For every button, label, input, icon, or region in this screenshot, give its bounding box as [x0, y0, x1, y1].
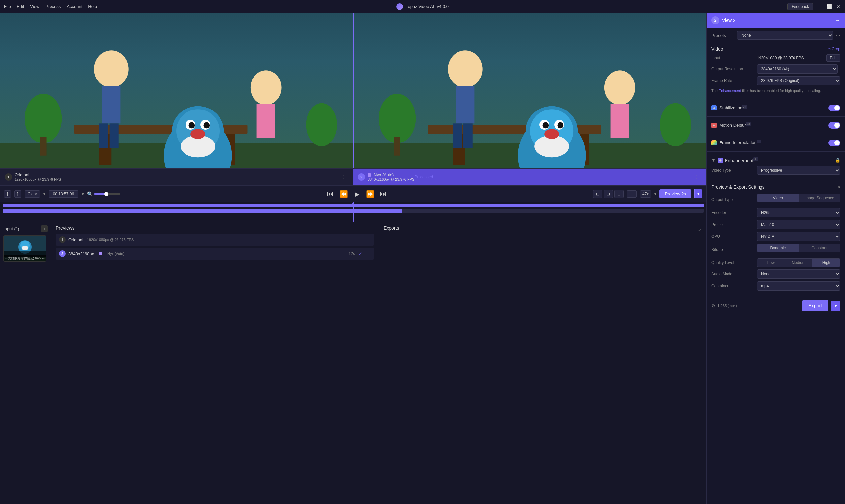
- menu-process[interactable]: Process: [45, 4, 61, 9]
- preview-dropdown-button[interactable]: ▾: [694, 189, 702, 198]
- close-button[interactable]: ✕: [836, 4, 841, 9]
- quality-medium-button[interactable]: Medium: [785, 258, 813, 267]
- crop-button[interactable]: ✂ Crop: [828, 47, 840, 52]
- frame-interpolation-icon: ⬡: [711, 140, 717, 145]
- frame-rate-select[interactable]: 23.976 FPS (Original): [757, 76, 840, 86]
- menu-help[interactable]: Help: [88, 4, 97, 9]
- timeline-playhead[interactable]: [353, 202, 354, 222]
- video-panel-processed[interactable]: 很久以前开始 ずっと昔から: [354, 13, 706, 168]
- menu-edit[interactable]: Edit: [17, 4, 24, 9]
- output-type-image-button[interactable]: Image Sequence: [799, 194, 840, 202]
- presets-more-button[interactable]: ···: [836, 32, 840, 38]
- preview-num-1: 1: [59, 236, 66, 243]
- preview-export-section: Preview & Export Settings ▾ Output Type …: [707, 181, 845, 297]
- stabilization-row: ⧗ StabilizationAI: [711, 103, 840, 113]
- svg-rect-47: [394, 137, 400, 156]
- out-point-button[interactable]: ]: [14, 190, 21, 198]
- bitrate-constant-button[interactable]: Constant: [799, 244, 840, 252]
- preview-item-1[interactable]: 1 Original 1920x1080px @ 23.976 FPS: [56, 234, 374, 246]
- bottom-area: Input (1) + ···大雄的月球探险记.mkv ···: [0, 222, 706, 504]
- minimize-button[interactable]: —: [817, 4, 823, 9]
- preview-item-2[interactable]: 2 3840x2160px Nyx (Auto) 12s ✓ —: [56, 248, 374, 259]
- track2-number: 2: [358, 174, 365, 181]
- audio-mode-select[interactable]: None: [757, 269, 840, 279]
- edit-button[interactable]: Edit: [826, 54, 840, 62]
- export-button[interactable]: Export: [802, 301, 828, 311]
- svg-rect-21: [40, 137, 47, 156]
- input-thumbnail[interactable]: ···大雄的月球探险记.mkv ···: [3, 235, 46, 262]
- track2-more-button[interactable]: ⋮: [691, 175, 702, 179]
- menu-view[interactable]: View: [30, 4, 39, 9]
- presets-select[interactable]: None: [737, 31, 833, 40]
- output-res-select[interactable]: 3840×2160 (4k): [757, 64, 838, 74]
- timecode-dropdown[interactable]: ▾: [82, 191, 84, 197]
- zoom-slider[interactable]: [94, 193, 121, 195]
- encoder-select[interactable]: H265: [757, 208, 840, 217]
- lock-icon: 🔒: [835, 158, 840, 163]
- speed-select[interactable]: 47x: [640, 190, 651, 198]
- svg-point-13: [191, 129, 205, 139]
- processed-badge: Processed: [414, 175, 433, 179]
- preview-export-title: Preview & Export Settings: [711, 184, 765, 190]
- svg-rect-41: [456, 86, 474, 123]
- input-header: Input (1) +: [3, 225, 48, 232]
- view-expand-button[interactable]: ↔: [834, 17, 840, 24]
- menu-account[interactable]: Account: [67, 4, 82, 9]
- timeline-area[interactable]: [0, 202, 706, 222]
- frame-interpolation-toggle[interactable]: [828, 140, 840, 146]
- video-panel-original[interactable]: 很久以前开始 ずっと昔から: [0, 13, 353, 168]
- zoom-out-button[interactable]: —: [627, 190, 637, 198]
- track1-more-button[interactable]: ⋮: [338, 175, 349, 179]
- profile-select[interactable]: Main10: [757, 220, 840, 229]
- motion-deblur-toggle[interactable]: [828, 122, 840, 129]
- play-pause-button[interactable]: ▶: [352, 189, 362, 199]
- container-select[interactable]: mp4: [757, 281, 840, 291]
- export-dropdown-button[interactable]: ▾: [831, 301, 840, 311]
- quality-high-button[interactable]: High: [812, 258, 840, 267]
- preview-export-chevron-icon[interactable]: ▾: [838, 185, 840, 190]
- preview-button[interactable]: Preview 2s: [659, 189, 691, 198]
- svg-point-12: [203, 122, 210, 129]
- track2-info: 2 Nyx (Auto) 3840x2160px @ 23.976 FPS Pr…: [353, 168, 706, 185]
- video-type-select[interactable]: Progressive: [757, 166, 840, 175]
- in-point-button[interactable]: [: [4, 190, 11, 198]
- enhancement-header[interactable]: ▼ ◆ EnhancementAI 🔒: [711, 155, 840, 166]
- clear-button[interactable]: Clear: [25, 190, 40, 198]
- output-type-video-button[interactable]: Video: [757, 194, 799, 202]
- menu-file[interactable]: File: [4, 4, 11, 9]
- crop-label: Crop: [832, 47, 840, 52]
- frame-interpolation-row: ⬡ Frame InterpolationAI: [711, 138, 840, 148]
- feedback-button[interactable]: Feedback: [787, 3, 813, 10]
- quality-low-button[interactable]: Low: [757, 258, 785, 267]
- track-info-bar: 1 Original 1920x1080px @ 23.976 FPS ⋮ 2 …: [0, 168, 706, 185]
- view-split-button[interactable]: ⊟: [593, 190, 602, 198]
- zoom-handle[interactable]: [104, 192, 108, 196]
- step-back-button[interactable]: ⏪: [338, 189, 349, 199]
- gpu-select[interactable]: NVIDIA: [757, 232, 840, 241]
- svg-point-44: [604, 70, 635, 105]
- svg-rect-15: [102, 86, 121, 123]
- stabilization-toggle[interactable]: [828, 105, 840, 111]
- preview-check-icon: ✓: [359, 251, 363, 256]
- bitrate-dynamic-button[interactable]: Dynamic: [757, 244, 799, 252]
- container-label: Container: [711, 284, 754, 288]
- skip-forward-button[interactable]: ⏭: [378, 189, 388, 199]
- svg-rect-42: [453, 123, 462, 148]
- speed-dropdown[interactable]: ▾: [654, 192, 656, 196]
- view-single-button[interactable]: ⊡: [604, 190, 613, 198]
- app-title: Topaz Video AI: [406, 4, 434, 9]
- svg-point-40: [448, 51, 482, 87]
- exports-expand-icon[interactable]: ⤢: [698, 227, 702, 232]
- gear-icon[interactable]: ⚙: [711, 304, 715, 308]
- clear-dropdown[interactable]: ▾: [43, 192, 45, 196]
- maximize-button[interactable]: ⬜: [827, 4, 832, 9]
- preview-menu-2[interactable]: —: [366, 251, 371, 256]
- thumb-more[interactable]: ···: [42, 257, 45, 260]
- frame-interpolation-label: Frame InterpolationAI: [719, 140, 826, 145]
- add-input-button[interactable]: +: [41, 225, 48, 232]
- motion-deblur-icon: ◈: [711, 123, 717, 128]
- step-forward-button[interactable]: ⏩: [365, 189, 375, 199]
- svg-point-22: [306, 103, 337, 146]
- skip-back-button[interactable]: ⏮: [325, 189, 336, 199]
- view-compare-button[interactable]: ⊞: [614, 190, 623, 198]
